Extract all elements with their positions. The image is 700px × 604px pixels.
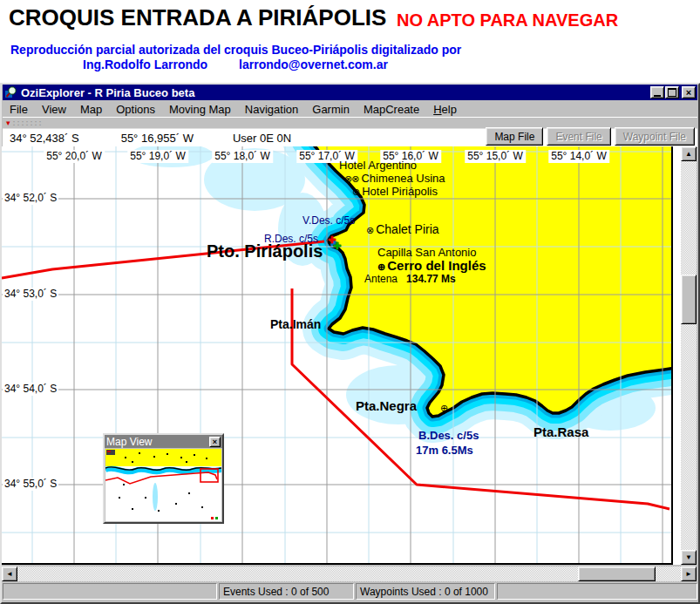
latitude-label: 34° 53,0´ S: [3, 288, 58, 301]
waypoint-marker-green: ✚: [333, 241, 343, 252]
label-pta-iman: Pta.Imán: [270, 318, 321, 331]
label-b-des-light: B.Des. c/5s: [418, 430, 479, 442]
menu-item-options[interactable]: Options: [109, 102, 162, 117]
latitude-label: 34° 52,0´ S: [3, 192, 58, 205]
label-pto-piriapolis: Pto. Piriápolis: [207, 242, 323, 261]
status-panel-events: Events Used : 0 of 500: [219, 583, 354, 600]
map-edge-bottom: [2, 563, 673, 565]
file-button-group: Map File Event File Waypoint File: [486, 127, 695, 146]
menu-item-file[interactable]: File: [3, 102, 35, 117]
window-titlebar[interactable]: OziExplorer - R Piria Buceo beta ×: [3, 85, 697, 100]
event-file-button: Event File: [547, 127, 610, 146]
menu-item-moving-map[interactable]: Moving Map: [162, 102, 238, 117]
close-button[interactable]: ×: [682, 86, 696, 98]
map-file-button[interactable]: Map File: [486, 127, 543, 146]
longitude-label: 55° 14,0´ W: [548, 150, 609, 163]
label-capilla-san-antonio: Capilla San Antonio: [377, 247, 476, 259]
credit-author-line: Ing.Rodolfo Larrondolarrondo@overnet.com…: [83, 58, 388, 71]
label-pta-rasa: Pta.Rasa: [533, 425, 588, 439]
restore-button[interactable]: [665, 86, 679, 98]
minimize-icon: [654, 95, 661, 97]
label-hotel-piriapolis-icon: ⊗: [352, 187, 359, 197]
label-pta-negra: Pta.Negra: [356, 399, 417, 413]
menu-item-garmin[interactable]: Garmin: [305, 102, 357, 117]
scroll-left-button[interactable]: ◄: [2, 567, 17, 581]
menu-item-view[interactable]: View: [35, 102, 73, 117]
label-cerro-del-ingles: ⊕Cerro del Inglés: [377, 259, 486, 273]
latitude-label: 34° 55,0´ S: [3, 478, 58, 491]
user-grid-readout: User 0E 0N: [233, 132, 291, 145]
label-v-des-light: V.Des. c/5s: [302, 215, 355, 227]
warning-text: NO APTO PARA NAVEGAR: [397, 10, 618, 31]
window-title: OziExplorer - R Piria Buceo beta: [21, 86, 649, 99]
label-hotel-piriapolis: ⊗Hotel Piriápolis: [352, 186, 438, 198]
waypoint-file-button: Waypoint File: [615, 127, 695, 146]
label-chimenea-usina-icon: ⊗⊗: [344, 173, 358, 184]
map-view-close-icon: ×: [213, 438, 217, 446]
page-title: CROQUIS ENTRADA A PIRIÁPOLIS: [9, 4, 386, 31]
waypoint-marker-green-icon: ✚: [333, 241, 340, 251]
menu-item-help[interactable]: Help: [426, 102, 464, 117]
scroll-up-button[interactable]: ▲: [681, 146, 697, 161]
scroll-up-icon: ▲: [685, 151, 692, 158]
scroll-right-icon: ►: [685, 571, 692, 578]
scroll-right-button[interactable]: ►: [681, 567, 697, 581]
scroll-down-icon: ▼: [685, 554, 692, 561]
overview-map: [105, 449, 221, 521]
cursor-latitude: 34° 52,438´ S: [10, 132, 79, 145]
toolbar-grip-dots: :::::::: [13, 119, 44, 127]
vertical-scroll-thumb[interactable]: [681, 275, 697, 324]
close-icon: ×: [686, 88, 691, 98]
horizontal-scroll-thumb[interactable]: [578, 567, 656, 581]
label-chalet-piria: ⊗Chalet Piria: [366, 223, 439, 236]
menu-item-mapcreate[interactable]: MapCreate: [357, 102, 426, 117]
menu-item-map[interactable]: Map: [73, 102, 109, 117]
scroll-left-icon: ◄: [6, 571, 13, 578]
longitude-label: 55° 19,0´ W: [127, 150, 188, 163]
horizontal-scrollbar[interactable]: ◄ ►: [2, 567, 697, 581]
restore-icon: [668, 88, 676, 97]
app-icon: [5, 86, 17, 98]
map-view-content[interactable]: [105, 449, 221, 521]
latitude-label: 34° 54,0´ S: [3, 383, 58, 396]
minimize-button[interactable]: [650, 86, 664, 98]
map-view-titlebar[interactable]: Map View ×: [105, 435, 222, 448]
label-cerro-del-ingles-icon: ⊕: [377, 261, 384, 272]
menu-item-navigation[interactable]: Navigation: [238, 102, 305, 117]
label-chimenea-usina: ⊗⊗Chimenea Usina: [344, 173, 445, 185]
label-antena: Antena134.77 Ms: [364, 274, 456, 285]
longitude-label: 55° 18,0´ W: [212, 150, 273, 163]
longitude-label: 55° 15,0´ W: [465, 150, 526, 163]
label-hotel-argentino: Hotel Argentino: [339, 159, 417, 172]
vertical-scrollbar[interactable]: ▲ ▼: [681, 146, 697, 565]
toolbar-collapse-icon[interactable]: ▾: [6, 119, 10, 127]
map-margin: [673, 146, 681, 565]
oziexplorer-window: OziExplorer - R Piria Buceo beta × FileV…: [0, 83, 700, 604]
symbol-pta-negra-icon: ⊕: [440, 403, 447, 413]
credit-line: Reproducción parcial autorizada del croq…: [10, 43, 461, 57]
status-bar: Events Used : 0 of 500 Waypoints Used : …: [3, 583, 697, 600]
status-panel-blank2: [497, 583, 697, 600]
scroll-down-button[interactable]: ▼: [681, 550, 697, 565]
credit-author: Ing.Rodolfo Larrondo: [83, 58, 207, 71]
symbol-pta-negra: ⊕: [440, 402, 450, 414]
longitude-label: 55° 20,0´ W: [44, 150, 105, 163]
map-view-title: Map View: [106, 436, 209, 448]
label-chalet-piria-icon: ⊗: [366, 225, 373, 235]
menu-bar: FileViewMapOptionsMoving MapNavigationGa…: [3, 101, 697, 117]
credit-email: larrondo@overnet.com.ar: [239, 58, 388, 71]
map-view-window[interactable]: Map View ×: [103, 433, 224, 524]
cursor-longitude: 55° 16,955´ W: [121, 132, 194, 145]
map-view-close-button[interactable]: ×: [209, 437, 221, 447]
status-panel-waypoints: Waypoints Used : 0 of 1000: [356, 583, 495, 600]
label-b-des-depth: 17m 6.5Ms: [416, 445, 473, 457]
status-panel-blank1: [3, 583, 217, 600]
